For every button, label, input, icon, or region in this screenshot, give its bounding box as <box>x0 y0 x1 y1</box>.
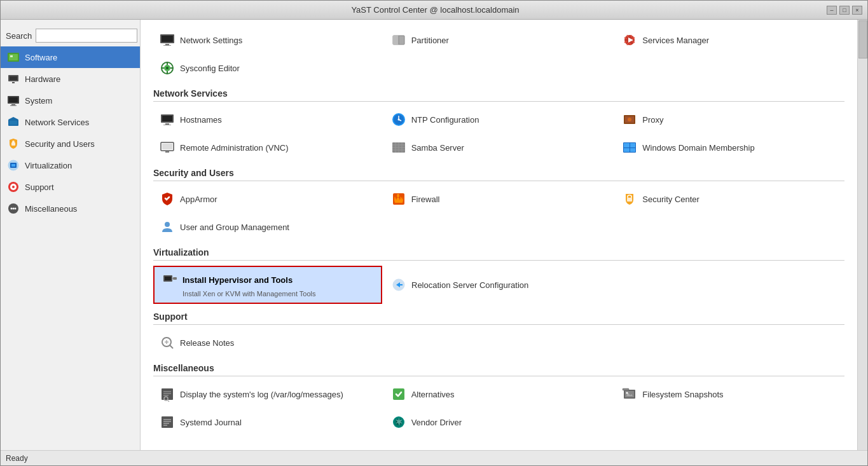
miscellaneous-icon <box>7 202 20 215</box>
services-manager-icon <box>622 32 637 48</box>
scrollbar[interactable] <box>857 20 867 450</box>
install-hypervisor-content: Install Hypervisor and Tools <box>162 272 373 287</box>
window-controls: – □ × <box>827 6 862 15</box>
hostnames-icon <box>160 112 175 127</box>
svg-line-87 <box>168 401 169 402</box>
svg-rect-57 <box>165 151 169 153</box>
apparmor-label: AppArmor <box>180 195 217 204</box>
svg-rect-5 <box>12 82 15 83</box>
windows-domain-label: Windows Domain Membership <box>642 143 754 153</box>
svg-rect-68 <box>624 148 630 152</box>
search-input[interactable] <box>36 29 137 43</box>
network-settings-item[interactable]: Network Settings <box>153 27 382 53</box>
services-manager-item[interactable]: Services Manager <box>616 27 844 53</box>
virtualization-header: Virtualization <box>153 247 844 261</box>
user-group-mgmt-item[interactable]: User and Group Management <box>153 214 382 240</box>
security-center-item[interactable]: Security Center <box>616 186 844 212</box>
svg-rect-66 <box>624 143 630 147</box>
sidebar-security-label: Security and Users <box>25 139 95 149</box>
svg-point-26 <box>13 208 15 210</box>
hostnames-label: Hostnames <box>180 115 222 125</box>
virtualization-icon <box>7 159 20 172</box>
svg-rect-11 <box>10 121 17 125</box>
samba-server-item[interactable]: Samba Server <box>385 135 614 160</box>
minimize-button[interactable]: – <box>827 6 837 15</box>
window-title: YaST Control Center @ localhost.localdom… <box>44 5 827 15</box>
ntp-config-item[interactable]: NTP Configuration <box>385 107 614 132</box>
filesystem-snapshots-item[interactable]: Filesystem Snapshots <box>616 381 844 407</box>
titlebar: YaST Control Center @ localhost.localdom… <box>1 1 867 20</box>
windows-domain-item[interactable]: Windows Domain Membership <box>616 135 844 160</box>
system-log-icon <box>160 387 175 402</box>
sidebar-item-virtualization[interactable]: Virtualization <box>1 154 140 176</box>
scrollbar-thumb[interactable] <box>858 20 867 58</box>
svg-rect-9 <box>10 106 17 106</box>
remote-admin-icon <box>160 140 175 155</box>
svg-rect-29 <box>162 36 173 42</box>
support-header: Support <box>153 312 844 325</box>
svg-rect-7 <box>9 97 18 102</box>
main-content: Network Settings Partitioner <box>141 20 857 450</box>
sidebar-system-label: System <box>25 96 52 106</box>
vendor-driver-item[interactable]: Vendor Driver <box>385 409 614 435</box>
svg-rect-4 <box>10 76 17 80</box>
support-icon <box>7 181 20 193</box>
user-group-mgmt-icon <box>160 219 175 235</box>
vendor-driver-label: Vendor Driver <box>411 418 462 427</box>
sysconfig-editor-item[interactable]: Sysconfig Editor <box>153 55 382 81</box>
security-users-header: Security and Users <box>153 168 844 181</box>
sidebar-item-miscellaneous[interactable]: Miscellaneous <box>1 198 140 219</box>
svg-point-19 <box>12 186 15 188</box>
firewall-label: Firewall <box>411 195 440 204</box>
svg-point-27 <box>15 208 17 210</box>
services-manager-label: Services Manager <box>642 36 709 45</box>
svg-rect-2 <box>10 55 13 57</box>
svg-point-51 <box>397 119 399 121</box>
sysconfig-editor-icon <box>160 60 175 76</box>
sidebar-item-security-users[interactable]: Security and Users <box>1 133 140 154</box>
relocation-server-label: Relocation Server Configuration <box>411 280 528 290</box>
svg-rect-56 <box>162 144 172 149</box>
close-button[interactable]: × <box>852 6 862 15</box>
vendor-driver-icon <box>391 415 406 430</box>
relocation-server-item[interactable]: Relocation Server Configuration <box>385 266 535 304</box>
network-services-icon <box>7 116 20 128</box>
apparmor-icon <box>160 191 175 207</box>
systemd-journal-label: Systemd Journal <box>180 418 242 427</box>
sidebar-item-support[interactable]: Support <box>1 176 140 198</box>
proxy-item[interactable]: Proxy <box>616 107 844 132</box>
svg-rect-16 <box>11 164 15 167</box>
svg-rect-8 <box>11 104 15 106</box>
hostnames-item[interactable]: Hostnames <box>153 107 382 132</box>
content-area: Search Software <box>1 20 867 450</box>
systemd-journal-item[interactable]: Systemd Journal <box>153 409 382 435</box>
sidebar-item-hardware[interactable]: Hardware <box>1 68 140 90</box>
proxy-icon <box>622 112 637 127</box>
svg-rect-31 <box>163 45 171 46</box>
sidebar-item-software[interactable]: Software <box>1 46 140 68</box>
firewall-icon <box>391 191 406 207</box>
ntp-icon <box>391 112 406 127</box>
remote-admin-item[interactable]: Remote Administration (VNC) <box>153 135 382 160</box>
svg-rect-93 <box>162 416 173 428</box>
apparmor-item[interactable]: AppArmor <box>153 186 382 212</box>
svg-rect-33 <box>393 36 399 45</box>
release-notes-item[interactable]: Release Notes <box>153 330 382 355</box>
install-hypervisor-item[interactable]: Install Hypervisor and Tools Install Xen… <box>153 266 382 304</box>
partitioner-icon <box>391 32 406 48</box>
samba-icon <box>391 140 406 155</box>
sidebar-item-system[interactable]: System <box>1 90 140 111</box>
svg-point-72 <box>165 222 170 227</box>
proxy-label: Proxy <box>642 115 663 125</box>
top-items-grid: Network Settings Partitioner <box>153 27 844 81</box>
firewall-item[interactable]: Firewall <box>385 186 614 212</box>
svg-point-91 <box>626 392 628 394</box>
restore-button[interactable]: □ <box>839 6 850 15</box>
sidebar-item-network-services[interactable]: Network Services <box>1 111 140 133</box>
svg-rect-74 <box>165 277 171 280</box>
svg-point-38 <box>166 67 169 69</box>
partitioner-item[interactable]: Partitioner <box>385 27 614 53</box>
install-hypervisor-icon <box>162 272 177 287</box>
alternatives-item[interactable]: Alternatives <box>385 381 614 407</box>
system-log-item[interactable]: Display the system's log (/var/log/messa… <box>153 381 382 407</box>
